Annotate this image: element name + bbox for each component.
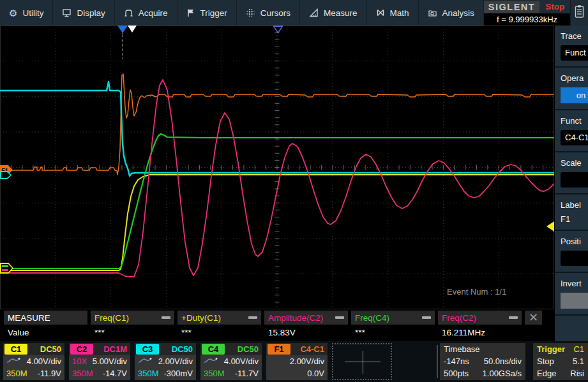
timebase-box[interactable]: Timebase -147ns50.0ns/div 500pts1.00GSa/…	[440, 343, 525, 380]
channel-c4-box[interactable]: C4DC50 4.00V/div 350M-11.7V	[200, 343, 262, 380]
remove-measure-icon[interactable]	[509, 316, 518, 319]
add-trace-slot[interactable]	[332, 343, 392, 380]
timebase-title: Timebase	[444, 344, 480, 354]
c1-bandwidth: 350M	[6, 369, 27, 378]
label-section: Label F1	[555, 195, 588, 231]
menu-cursors[interactable]: Cursors	[237, 0, 300, 26]
remove-measure-icon[interactable]	[422, 316, 431, 319]
menu-trigger[interactable]: Trigger	[177, 0, 237, 26]
math-icon	[376, 8, 385, 17]
gear-icon: ⚙	[9, 8, 17, 18]
measure-value: 15.83V	[264, 328, 348, 337]
function-select[interactable]: C4-C1	[561, 130, 588, 145]
display-icon	[62, 8, 72, 17]
position-section: Positi	[555, 231, 588, 273]
function-settings-panel: Trace Funct Opera on Funct C4-C1 Scale L…	[554, 26, 588, 341]
notification-list-button[interactable]	[570, 0, 588, 26]
measure-value: 16.211MHz	[438, 328, 522, 337]
menu-acquire-label: Acquire	[139, 8, 168, 18]
measure-value: ***	[351, 328, 435, 337]
timebase-samplerate: 1.00GSa/s	[483, 369, 522, 378]
menu-measure[interactable]: Measure	[300, 0, 367, 26]
measure-item-duty-c1[interactable]: +Duty(C1)	[177, 311, 261, 325]
menu-analysis[interactable]: Analysis	[419, 0, 484, 26]
menu-cursors-label: Cursors	[260, 8, 290, 18]
c1-scale: 4.00V/div	[27, 356, 61, 366]
trace-label: Trace	[561, 31, 588, 41]
trigger-state: Stop	[537, 356, 554, 366]
operation-section: Opera on	[555, 68, 588, 110]
scale-label: Scale	[561, 158, 588, 168]
c4-bandwidth: 350M	[204, 369, 225, 378]
cursors-icon	[246, 8, 255, 17]
c4-offset: -11.7V	[235, 369, 259, 378]
siglent-logo: SIGLENT	[484, 1, 539, 13]
c2-badge: C2	[70, 344, 93, 355]
c1-coupling: DC50	[40, 344, 64, 354]
measure-item-amplitude-c2[interactable]: Amplitude(C2)	[264, 311, 348, 325]
close-measure-panel-button[interactable]: ✕	[525, 311, 542, 325]
channel-c2-box[interactable]: C2DC1M 10X5.00V/div 350M-14.7V	[69, 343, 130, 380]
menu-utility-label: Utility	[22, 8, 43, 18]
function-label: Funct	[561, 116, 588, 126]
menu-acquire[interactable]: Acquire	[115, 0, 177, 26]
c3-coupling: DC50	[172, 344, 196, 354]
invert-toggle[interactable]	[561, 293, 588, 309]
trigger-slope: Risi	[570, 369, 584, 378]
invert-section: Invert	[555, 273, 588, 316]
measure-item-freq-c4[interactable]: Freq(C4)	[351, 311, 435, 325]
invert-label: Invert	[561, 279, 588, 288]
analysis-icon	[428, 8, 437, 17]
trigger-level: 5.1	[573, 356, 584, 366]
trace-select[interactable]: Funct	[561, 45, 588, 61]
menu-display-label: Display	[77, 8, 105, 18]
trigger-box[interactable]: TriggerC1 Stop5.1 EdgeRisi	[533, 343, 588, 380]
channel-c3-box[interactable]: C3DC50 2.00V/div 350M-300mV	[135, 343, 196, 380]
probe-icon	[138, 356, 152, 366]
c2-bandwidth: 350M	[72, 369, 93, 378]
remove-measure-icon[interactable]	[335, 316, 344, 319]
channel-c1-box[interactable]: C1DC50 4.00V/div 350M-11.9V	[3, 343, 64, 380]
menu-utility[interactable]: ⚙ Utility	[0, 0, 53, 26]
probe-icon	[204, 356, 218, 366]
label-value[interactable]: F1	[561, 214, 588, 224]
frequency-counter: f = 9.999933kHz	[484, 13, 570, 26]
brand-status-block: SIGLENT Stop f = 9.999933kHz	[484, 0, 570, 26]
measure-label: Amplitude(C2)	[268, 313, 323, 323]
plus-icon	[363, 351, 363, 374]
c4-scale: 4.00V/div	[224, 356, 259, 366]
measure-label: Freq(C2)	[442, 313, 476, 323]
remove-measure-icon[interactable]	[248, 316, 257, 319]
menu-math[interactable]: Math	[367, 0, 419, 26]
position-input[interactable]	[561, 251, 588, 266]
measure-title: MEASURE	[8, 313, 50, 323]
operation-on-button[interactable]: on	[561, 87, 588, 103]
operation-label: Opera	[561, 73, 588, 83]
scale-input[interactable]	[561, 172, 588, 187]
probe-icon	[6, 356, 20, 366]
close-icon: ✕	[529, 311, 538, 325]
c3-badge: C3	[136, 344, 159, 355]
math-f1-box[interactable]: F1C4-C1 2.00V/div 0.0V	[266, 343, 328, 380]
menu-measure-label: Measure	[324, 8, 358, 18]
label-label: Label	[561, 200, 588, 210]
menu-display[interactable]: Display	[53, 0, 114, 26]
clipboard-icon	[574, 4, 585, 21]
c1-offset: -11.9V	[38, 369, 61, 378]
f1-expression: C4-C1	[300, 344, 328, 354]
oscilloscope-screen: { "topbar": { "menu": [ {"label":"Utilit…	[0, 0, 588, 382]
measure-row-label: Value	[4, 328, 87, 337]
c2-offset: -14.7V	[103, 369, 127, 378]
waveform-display: F1 Event Num : 1/1	[0, 26, 554, 309]
remove-measure-icon[interactable]	[162, 316, 170, 319]
measure-panel: MEASURE Freq(C1) +Duty(C1) Amplitude(C2)…	[4, 311, 550, 340]
f1-offset: 0.0V	[307, 369, 324, 378]
measure-item-freq-c2[interactable]: Freq(C2)	[438, 311, 522, 325]
c2-coupling: DC1M	[103, 344, 130, 354]
measure-title-cell: MEASURE	[4, 311, 87, 325]
measure-value: ***	[177, 328, 261, 337]
timebase-scale: 50.0ns/div	[484, 356, 522, 366]
measure-item-freq-c1[interactable]: Freq(C1)	[91, 311, 174, 325]
c3-level-marker-inner	[1, 172, 10, 178]
bottom-status-bar: C1DC50 4.00V/div 350M-11.9V C2DC1M 10X5.…	[0, 341, 588, 382]
